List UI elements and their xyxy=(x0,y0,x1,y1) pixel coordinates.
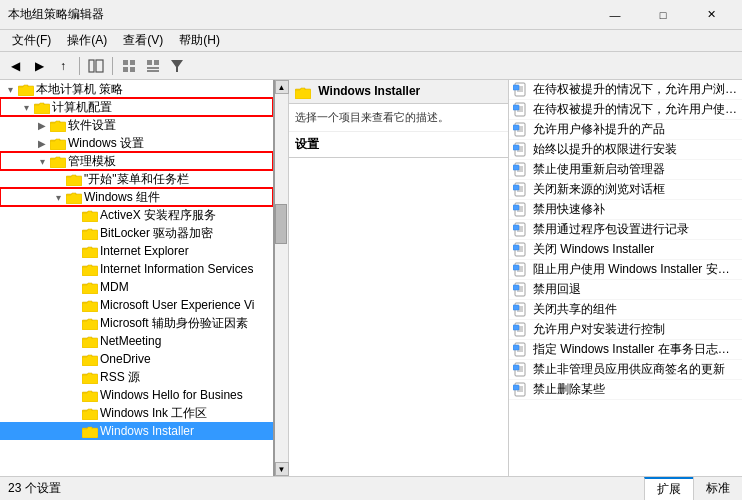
svg-rect-7 xyxy=(154,60,159,65)
svg-rect-46 xyxy=(513,125,519,130)
tree-label-rss: RSS 源 xyxy=(100,369,140,386)
close-button[interactable]: ✕ xyxy=(688,3,734,27)
folder-icon-win-ink xyxy=(82,406,98,420)
tree-item-bitlocker[interactable]: BitLocker 驱动器加密 xyxy=(0,224,273,242)
tab-extended[interactable]: 扩展 xyxy=(644,477,693,500)
tree-item-ms-user-exp[interactable]: Microsoft User Experience Vi xyxy=(0,296,273,314)
setting-item-label: 关闭 Windows Installer xyxy=(533,241,654,258)
setting-item[interactable]: 始终以提升的权限进行安装 xyxy=(509,140,742,160)
setting-item[interactable]: 在待权被提升的情况下，允许用户使用媒体访 xyxy=(509,100,742,120)
svg-rect-101 xyxy=(513,345,519,350)
tree-panel[interactable]: ▾ 本地计算机 策略 ▾ 计算机配置 ▶ 软件设置 ▶ xyxy=(0,80,275,476)
tree-item-mdm[interactable]: MDM xyxy=(0,278,273,296)
menu-view[interactable]: 查看(V) xyxy=(115,30,171,51)
expander-win-ink[interactable] xyxy=(66,405,82,421)
setting-item[interactable]: 允许用户修补提升的产品 xyxy=(509,120,742,140)
toolbar-btn-1[interactable] xyxy=(118,55,140,77)
tree-label-iis: Internet Information Services xyxy=(100,262,253,276)
svg-rect-25 xyxy=(82,338,98,348)
tree-item-win-ink[interactable]: Windows Ink 工作区 xyxy=(0,404,273,422)
tree-item-ms-passport[interactable]: Microsoft 辅助身份验证因素 xyxy=(0,314,273,332)
setting-item[interactable]: 在待权被提升的情况下，允许用户浏览来源 xyxy=(509,80,742,100)
folder-icon-admin-templates xyxy=(50,154,66,168)
expander-admin-templates[interactable]: ▾ xyxy=(34,153,50,169)
expander-rss[interactable] xyxy=(66,369,82,385)
tab-standard[interactable]: 标准 xyxy=(693,477,742,500)
tree-label-ie: Internet Explorer xyxy=(100,244,189,258)
folder-icon-win-hello xyxy=(82,388,98,402)
svg-rect-56 xyxy=(513,165,519,170)
expander-activex[interactable] xyxy=(66,207,82,223)
setting-item[interactable]: 禁止删除某些 xyxy=(509,380,742,400)
maximize-button[interactable]: □ xyxy=(640,3,686,27)
up-button[interactable]: ↑ xyxy=(52,55,74,77)
window-title: 本地组策略编辑器 xyxy=(8,6,104,23)
expander-start-taskbar[interactable] xyxy=(50,171,66,187)
tree-item-windows-settings[interactable]: ▶ Windows 设置 xyxy=(0,134,273,152)
expander-win-installer[interactable] xyxy=(66,423,82,439)
setting-item[interactable]: 指定 Windows Installer 在事务日志中记录最 xyxy=(509,340,742,360)
expander-software-settings[interactable]: ▶ xyxy=(34,117,50,133)
tree-item-start-taskbar[interactable]: "开始"菜单和任务栏 xyxy=(0,170,273,188)
tree-item-onedrive[interactable]: OneDrive xyxy=(0,350,273,368)
tree-scrollbar[interactable]: ▲ ▼ xyxy=(275,80,289,476)
setting-item[interactable]: 禁止非管理员应用供应商签名的更新 xyxy=(509,360,742,380)
setting-item[interactable]: 允许用户对安装进行控制 xyxy=(509,320,742,340)
expander-ie[interactable] xyxy=(66,243,82,259)
expander-ms-passport[interactable] xyxy=(66,315,82,331)
tree-item-software-settings[interactable]: ▶ 软件设置 xyxy=(0,116,273,134)
minimize-button[interactable]: — xyxy=(592,3,638,27)
expander-win-hello[interactable] xyxy=(66,387,82,403)
expander-windows-components[interactable]: ▾ xyxy=(50,189,66,205)
folder-icon-iis xyxy=(82,262,98,276)
toolbar-btn-2[interactable] xyxy=(142,55,164,77)
setting-item[interactable]: 关闭新来源的浏览对话框 xyxy=(509,180,742,200)
setting-item[interactable]: 禁止使用重新启动管理器 xyxy=(509,160,742,180)
setting-item[interactable]: 关闭 Windows Installer xyxy=(509,240,742,260)
tree-item-computer-config[interactable]: ▾ 计算机配置 xyxy=(0,98,273,116)
menu-file[interactable]: 文件(F) xyxy=(4,30,59,51)
setting-item-icon xyxy=(513,122,529,138)
expander-mdm[interactable] xyxy=(66,279,82,295)
forward-button[interactable]: ▶ xyxy=(28,55,50,77)
scroll-track xyxy=(275,94,288,462)
tree-item-windows-components[interactable]: ▾ Windows 组件 xyxy=(0,188,273,206)
menu-help[interactable]: 帮助(H) xyxy=(171,30,228,51)
tree-item-win-hello[interactable]: Windows Hello for Busines xyxy=(0,386,273,404)
expander-computer-config[interactable]: ▾ xyxy=(18,99,34,115)
filter-button[interactable] xyxy=(166,55,188,77)
svg-rect-76 xyxy=(513,245,519,250)
menu-action[interactable]: 操作(A) xyxy=(59,30,115,51)
setting-item[interactable]: 关闭共享的组件 xyxy=(509,300,742,320)
tree-item-ie[interactable]: Internet Explorer xyxy=(0,242,273,260)
scroll-thumb[interactable] xyxy=(275,204,287,244)
status-bar: 23 个设置 扩展 标准 xyxy=(0,476,742,500)
back-button[interactable]: ◀ xyxy=(4,55,26,77)
tree-item-win-installer[interactable]: Windows Installer xyxy=(0,422,273,440)
tree-item-admin-templates[interactable]: ▾ 管理模板 xyxy=(0,152,273,170)
setting-item[interactable]: 阻止用户使用 Windows Installer 安装更新 xyxy=(509,260,742,280)
setting-item[interactable]: 禁用回退 xyxy=(509,280,742,300)
expander-iis[interactable] xyxy=(66,261,82,277)
expander-local-policy[interactable]: ▾ xyxy=(2,81,18,97)
tree-item-netmeeting[interactable]: NetMeeting xyxy=(0,332,273,350)
setting-item[interactable]: 禁用通过程序包设置进行记录 xyxy=(509,220,742,240)
tree-item-local-policy[interactable]: ▾ 本地计算机 策略 xyxy=(0,80,273,98)
svg-rect-16 xyxy=(66,176,82,186)
scroll-down-button[interactable]: ▼ xyxy=(275,462,289,476)
tree-item-iis[interactable]: Internet Information Services xyxy=(0,260,273,278)
expander-netmeeting[interactable] xyxy=(66,333,82,349)
tree-item-activex[interactable]: ActiveX 安装程序服务 xyxy=(0,206,273,224)
right-panel[interactable]: 在待权被提升的情况下，允许用户浏览来源 在待权被提升的情况下，允许用户使用媒体访… xyxy=(509,80,742,476)
expander-bitlocker[interactable] xyxy=(66,225,82,241)
setting-item-label: 禁用快速修补 xyxy=(533,201,605,218)
show-hide-tree[interactable] xyxy=(85,55,107,77)
tree-item-rss[interactable]: RSS 源 xyxy=(0,368,273,386)
svg-rect-31 xyxy=(295,89,311,99)
setting-item-label: 关闭新来源的浏览对话框 xyxy=(533,181,665,198)
expander-ms-user-exp[interactable] xyxy=(66,297,82,313)
setting-item[interactable]: 禁用快速修补 xyxy=(509,200,742,220)
expander-onedrive[interactable] xyxy=(66,351,82,367)
scroll-up-button[interactable]: ▲ xyxy=(275,80,289,94)
expander-windows-settings[interactable]: ▶ xyxy=(34,135,50,151)
